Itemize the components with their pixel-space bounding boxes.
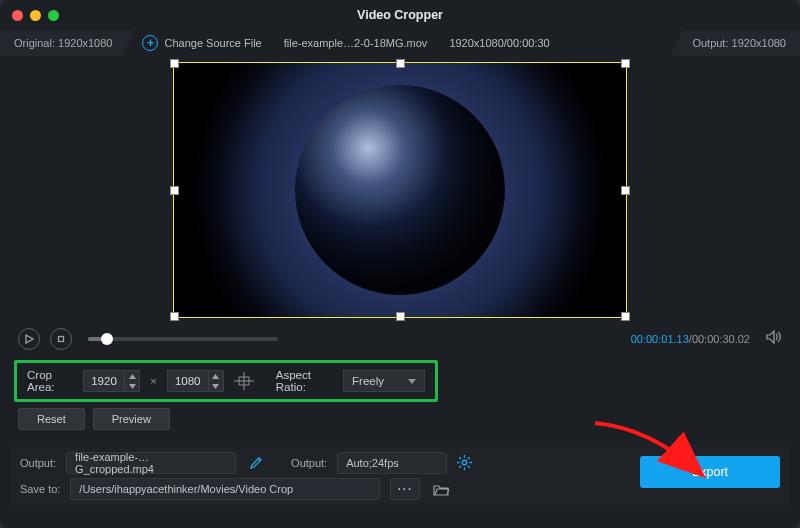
crop-height-field[interactable] [167, 370, 224, 392]
chevron-down-icon [408, 379, 416, 384]
crop-handle-sw[interactable] [171, 313, 178, 320]
volume-icon [766, 330, 782, 344]
crop-handle-nw[interactable] [171, 60, 178, 67]
crop-width-step-up[interactable] [125, 371, 139, 381]
svg-point-1 [462, 460, 466, 464]
aspect-ratio-select[interactable]: Freely [343, 370, 425, 392]
center-crop-button[interactable] [234, 370, 254, 392]
total-time: 00:00:30.02 [692, 333, 750, 345]
output-value: 1920x1080 [732, 37, 786, 49]
crop-area-label: Crop Area: [27, 369, 73, 393]
save-path-field[interactable]: /Users/ihappyacethinker/Movies/Video Cro… [70, 478, 380, 500]
aspect-ratio-label: Aspect Ratio: [276, 369, 333, 393]
stop-button[interactable] [50, 328, 72, 350]
plus-icon: + [142, 35, 158, 51]
crop-settings-panel: Crop Area: × Aspect Ratio: Freely [14, 360, 438, 402]
crop-handle-ne[interactable] [622, 60, 629, 67]
window: Video Cropper Original: 1920x1080 + Chan… [0, 0, 800, 528]
stop-icon [56, 334, 66, 344]
crop-height-step-down[interactable] [209, 381, 223, 391]
crop-handle-s[interactable] [397, 313, 404, 320]
reset-button[interactable]: Reset [18, 408, 85, 430]
open-folder-button[interactable] [430, 478, 452, 500]
crop-width-step-down[interactable] [125, 381, 139, 391]
source-meta: 1920x1080/00:00:30 [449, 37, 549, 49]
output-res-block: Output: 1920x1080 [670, 30, 800, 56]
output-panel: Output: file-example-…G_cropped.mp4 Outp… [10, 442, 790, 510]
time-display: 00:00:01.13/00:00:30.02 [631, 333, 750, 345]
change-source-button[interactable]: + Change Source File [142, 35, 261, 51]
video-stage [0, 56, 800, 318]
play-icon [24, 334, 34, 344]
aspect-ratio-value: Freely [352, 375, 384, 387]
playback-controls: 00:00:01.13/00:00:30.02 [0, 318, 800, 356]
output-filename: file-example-…G_cropped.mp4 [75, 451, 227, 475]
seek-knob[interactable] [101, 333, 113, 345]
center-icon [234, 372, 254, 390]
crop-handle-se[interactable] [622, 313, 629, 320]
app-title: Video Cropper [0, 8, 800, 22]
volume-button[interactable] [766, 330, 782, 348]
gear-icon [457, 455, 472, 470]
edit-filename-button[interactable] [250, 456, 263, 471]
crop-handle-w[interactable] [171, 187, 178, 194]
seek-slider[interactable] [88, 337, 278, 341]
output-format-label: Output: [291, 457, 327, 469]
original-label: Original: [14, 37, 55, 49]
crop-height-step-up[interactable] [209, 371, 223, 381]
pencil-icon [250, 456, 263, 469]
svg-rect-0 [59, 337, 64, 342]
crop-handle-n[interactable] [397, 60, 404, 67]
output-format-field[interactable]: Auto;24fps [337, 452, 447, 474]
save-to-label: Save to: [20, 483, 60, 495]
crop-width-input[interactable] [84, 375, 124, 387]
crop-width-field[interactable] [83, 370, 140, 392]
folder-open-icon [433, 483, 449, 496]
play-button[interactable] [18, 328, 40, 350]
output-file-label: Output: [20, 457, 56, 469]
original-res-block: Original: 1920x1080 [0, 30, 134, 56]
multiply-symbol: × [150, 375, 157, 387]
source-filename: file-example…2-0-18MG.mov [284, 37, 428, 49]
format-settings-button[interactable] [457, 455, 472, 472]
crop-height-input[interactable] [168, 375, 208, 387]
output-label: Output: [692, 37, 728, 49]
info-bar: Original: 1920x1080 + Change Source File… [0, 30, 800, 56]
save-path: /Users/ihappyacethinker/Movies/Video Cro… [79, 483, 293, 495]
preview-button[interactable]: Preview [93, 408, 170, 430]
browse-folder-button[interactable]: ··· [390, 478, 420, 500]
output-format: Auto;24fps [346, 457, 399, 469]
change-source-label: Change Source File [164, 37, 261, 49]
crop-rectangle[interactable] [173, 62, 627, 318]
action-buttons-row: Reset Preview [0, 408, 800, 438]
titlebar: Video Cropper [0, 0, 800, 30]
current-time: 00:00:01.13 [631, 333, 689, 345]
crop-handle-e[interactable] [622, 187, 629, 194]
video-preview[interactable] [173, 62, 627, 318]
output-filename-field[interactable]: file-example-…G_cropped.mp4 [66, 452, 236, 474]
original-value: 1920x1080 [58, 37, 112, 49]
